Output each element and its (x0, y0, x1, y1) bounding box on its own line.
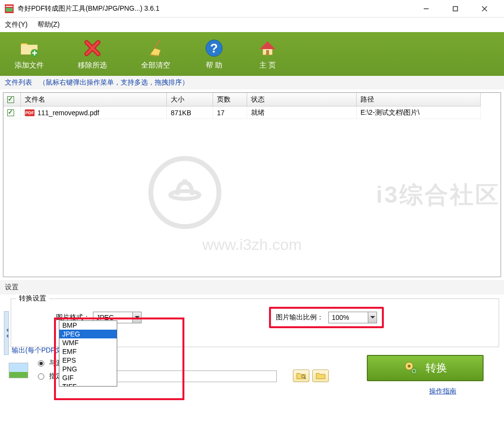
add-file-button[interactable]: 添加文件 (15, 38, 44, 70)
remove-label: 移除所选 (78, 61, 107, 70)
col-path-header[interactable]: 路径 (357, 93, 481, 106)
toolbar: 添加文件 移除所选 全部清空 ? 帮 助 主 页 (0, 32, 504, 76)
svg-rect-14 (182, 179, 187, 183)
settings-label: 设置 (0, 280, 504, 295)
broom-icon (146, 38, 165, 58)
browse-button[interactable] (293, 370, 309, 382)
ratio-highlight: 图片输出比例： 100% (269, 307, 384, 328)
radio-same-dir[interactable] (38, 360, 44, 367)
col-status-header[interactable]: 状态 (247, 93, 357, 106)
help-button[interactable]: ? 帮 助 (204, 38, 224, 70)
format-option-selected[interactable]: JPEG (59, 330, 117, 338)
home-label: 主 页 (259, 61, 276, 70)
svg-text:?: ? (210, 41, 218, 55)
titlebar: 奇好PDF转成图片工具(BMP/JPG/PNG...) 3.6.1 (0, 0, 504, 18)
format-option[interactable]: TIFF (59, 382, 117, 386)
check-all-icon[interactable] (7, 96, 14, 103)
remove-icon (83, 38, 102, 58)
row-size: 871KB (167, 106, 213, 119)
convert-settings-group: 转换设置 图片格式： JPEG 图片输出比例： 100% BMP JPEG WM… (11, 299, 499, 347)
col-name-header[interactable]: 文件名 (21, 93, 167, 106)
svg-rect-4 (453, 6, 458, 11)
file-table[interactable]: 文件名 大小 页数 状态 路径 PDF111_removepwd.pdf 871… (3, 92, 501, 277)
gears-icon (403, 360, 419, 376)
svg-rect-12 (266, 50, 269, 55)
ratio-combo[interactable]: 100% (328, 312, 377, 323)
check-icon[interactable] (7, 109, 14, 116)
ratio-value: 100% (329, 314, 352, 321)
folder-icon (316, 372, 325, 380)
window-title: 奇好PDF转成图片工具(BMP/JPG/PNG...) 3.6.1 (18, 4, 412, 13)
svg-rect-2 (6, 8, 13, 12)
home-icon (258, 38, 277, 58)
maximize-button[interactable] (441, 2, 470, 15)
svg-line-8 (155, 40, 160, 48)
col-pages-header[interactable]: 页数 (213, 93, 247, 106)
convert-label: 转换 (426, 361, 447, 375)
svg-point-13 (170, 191, 199, 199)
add-file-label: 添加文件 (15, 61, 44, 70)
format-option[interactable]: BMP (59, 321, 117, 330)
folder-add-icon (19, 38, 39, 58)
file-list-label: 文件列表 (5, 78, 32, 87)
minimize-button[interactable] (412, 2, 441, 15)
help-label: 帮 助 (206, 61, 222, 70)
menu-file[interactable]: 文件(Y) (5, 20, 28, 29)
menubar: 文件(Y) 帮助(Z) (0, 18, 504, 32)
clear-all-label: 全部清空 (141, 61, 170, 70)
chevron-down-icon[interactable] (132, 312, 141, 323)
row-status: 就绪 (247, 106, 357, 119)
remove-button[interactable]: 移除所选 (78, 38, 107, 70)
format-option[interactable]: WMF (59, 338, 117, 347)
convert-button[interactable]: 转换 (367, 355, 484, 381)
file-list-header-line: 文件列表 （鼠标右键弹出操作菜单，支持多选，拖拽排序） (0, 76, 504, 89)
home-button[interactable]: 主 页 (258, 38, 277, 70)
col-size-header[interactable]: 大小 (167, 93, 213, 106)
watermark-url: www.i3zh.com (3, 236, 501, 254)
path-input[interactable] (102, 370, 277, 382)
collapse-handle[interactable] (4, 311, 9, 355)
watermark: i3综合社区 www.i3zh.com (3, 156, 501, 254)
picture-icon (9, 363, 28, 378)
radio-spec-dir[interactable] (38, 373, 44, 380)
row-name-text: 111_removepwd.pdf (37, 109, 99, 117)
row-pages: 17 (213, 106, 247, 119)
folder-search-icon (296, 372, 306, 380)
clear-all-button[interactable]: 全部清空 (141, 38, 170, 70)
menu-help[interactable]: 帮助(Z) (37, 20, 60, 29)
open-folder-button[interactable] (312, 370, 329, 382)
guide-link[interactable]: 操作指南 (429, 387, 456, 396)
convert-settings-legend: 转换设置 (16, 294, 49, 303)
row-check[interactable] (3, 106, 21, 119)
format-dropdown-list[interactable]: BMP JPEG WMF EMF EPS PNG GIF TIFF (59, 320, 117, 387)
svg-point-20 (413, 370, 415, 372)
svg-point-18 (408, 365, 411, 368)
format-option[interactable]: EPS (59, 356, 117, 365)
ratio-label: 图片输出比例： (276, 313, 324, 322)
format-option[interactable]: EMF (59, 347, 117, 356)
file-list-hint: （鼠标右键弹出操作菜单，支持多选，拖拽排序） (39, 78, 189, 87)
format-option[interactable]: PNG (59, 365, 117, 373)
help-icon: ? (204, 38, 224, 58)
app-icon (5, 4, 14, 13)
close-button[interactable] (470, 2, 499, 15)
watermark-text: i3综合社区 (376, 179, 501, 211)
row-name[interactable]: PDF111_removepwd.pdf (21, 106, 167, 119)
svg-rect-1 (6, 6, 13, 7)
col-check-header[interactable] (3, 93, 21, 106)
chevron-down-icon[interactable] (368, 312, 377, 323)
format-option[interactable]: GIF (59, 373, 117, 382)
row-path: E:\2-测试文档\图片\ (357, 106, 481, 119)
pdf-icon: PDF (25, 109, 35, 116)
